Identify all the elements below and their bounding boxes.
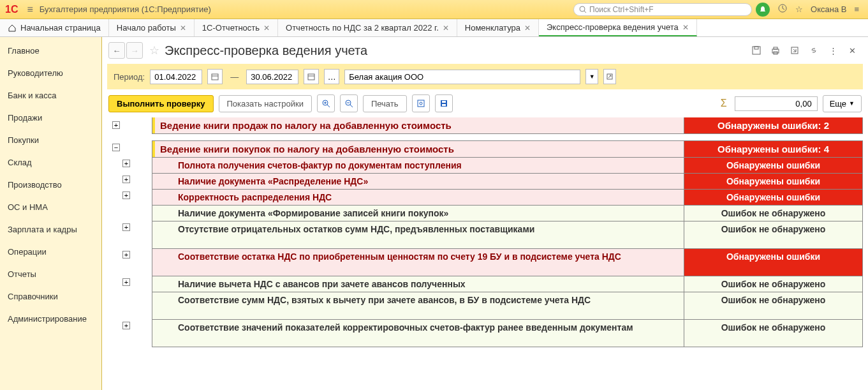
tab-label: Номенклатура xyxy=(465,23,520,33)
tab[interactable]: Начало работы✕ xyxy=(109,19,195,36)
expand-icon[interactable]: + xyxy=(112,121,120,129)
expand-icon[interactable]: + xyxy=(122,251,130,259)
collapse-icon[interactable]: − xyxy=(112,144,120,151)
row-title: Наличие вычета НДС с авансов при зачете … xyxy=(152,276,684,292)
tree-row[interactable]: Соответствие остатка НДС по приобретенны… xyxy=(152,248,863,276)
tab[interactable]: 1С-Отчетность✕ xyxy=(195,19,278,36)
notifications-icon[interactable] xyxy=(756,3,770,17)
sidebar-item[interactable]: Администрирование xyxy=(0,308,101,330)
tab-label: Начало работы xyxy=(117,23,176,33)
tree-row[interactable]: Наличие документа «Распределение НДС»Обн… xyxy=(152,173,863,190)
run-check-button[interactable]: Выполнить проверку xyxy=(108,95,214,112)
tree-body[interactable]: Ведение книги продаж по налогу на добавл… xyxy=(152,117,863,390)
expand-icon[interactable]: + xyxy=(122,278,130,286)
sidebar-item[interactable]: ОС и НМА xyxy=(0,196,101,218)
sum-icon: Σ xyxy=(721,98,727,109)
tree-row[interactable]: Наличие вычета НДС с авансов при зачете … xyxy=(152,276,863,292)
user-menu-icon[interactable]: ≡ xyxy=(854,4,859,14)
action-bar: Выполнить проверку Показать настройки Пе… xyxy=(102,89,868,117)
sidebar-item[interactable]: Покупки xyxy=(0,129,101,151)
sidebar-item[interactable]: Производство xyxy=(0,174,101,196)
favorite-icon[interactable]: ☆ xyxy=(149,43,159,57)
svg-rect-6 xyxy=(774,47,777,49)
tree-row[interactable]: Отсутствие отрицательных остатков сумм Н… xyxy=(152,221,863,249)
sidebar-item[interactable]: Зарплата и кадры xyxy=(0,218,101,241)
tabs-bar: Начальная страницаНачало работы✕1С-Отчет… xyxy=(0,19,868,37)
sum-input[interactable] xyxy=(735,96,818,111)
date-from-input[interactable] xyxy=(150,70,202,84)
sidebar-item[interactable]: Операции xyxy=(0,241,101,263)
tab-close-icon[interactable]: ✕ xyxy=(443,24,449,33)
svg-point-22 xyxy=(420,102,422,105)
sidebar-item[interactable]: Продажи xyxy=(0,107,101,129)
expand-icon[interactable]: + xyxy=(122,176,130,183)
expand-icon[interactable]: + xyxy=(122,191,130,199)
history-icon[interactable] xyxy=(777,3,788,15)
zoom-in-icon[interactable] xyxy=(317,94,335,112)
tab-close-icon[interactable]: ✕ xyxy=(682,23,689,32)
org-select[interactable]: Белая акация ООО xyxy=(344,70,580,84)
expand-icon[interactable]: + xyxy=(122,223,130,231)
row-status: Ошибок не обнаружено xyxy=(684,292,862,319)
tree-row[interactable]: Корректность распределения НДСОбнаружены… xyxy=(152,189,863,206)
show-settings-button[interactable]: Показать настройки xyxy=(219,95,312,112)
back-button[interactable]: ← xyxy=(108,42,125,59)
calendar-from-icon[interactable] xyxy=(207,69,223,84)
link-icon[interactable] xyxy=(807,43,821,57)
period-bar: Период: — … Белая акация ООО ▼ xyxy=(107,64,863,89)
org-open-icon[interactable] xyxy=(603,69,616,84)
print-button[interactable]: Печать xyxy=(363,95,407,112)
svg-rect-21 xyxy=(418,100,424,107)
svg-rect-4 xyxy=(754,47,758,49)
calendar-to-icon[interactable] xyxy=(304,69,319,84)
org-dropdown-icon[interactable]: ▼ xyxy=(585,69,598,84)
close-icon[interactable]: ✕ xyxy=(845,43,859,57)
sidebar-item[interactable]: Руководителю xyxy=(0,62,101,84)
tab[interactable]: Отчетность по НДС за 2 квартал 2022 г.✕ xyxy=(278,19,457,36)
date-to-input[interactable] xyxy=(246,70,298,84)
tab-close-icon[interactable]: ✕ xyxy=(180,24,186,33)
user-name[interactable]: Оксана В xyxy=(811,4,846,14)
sidebar-item[interactable]: Отчеты xyxy=(0,263,101,285)
row-title: Корректность распределения НДС xyxy=(152,190,684,205)
tree-row[interactable]: Ведение книги продаж по налогу на добавл… xyxy=(152,117,863,134)
tab[interactable]: Номенклатура✕ xyxy=(457,19,539,36)
expand-icon[interactable]: + xyxy=(122,322,130,329)
save-icon[interactable] xyxy=(749,43,763,57)
tree-row[interactable]: Соответствие значений показателей коррек… xyxy=(152,319,863,347)
tab-close-icon[interactable]: ✕ xyxy=(263,24,270,33)
sidebar-item[interactable]: Справочники xyxy=(0,285,101,308)
row-title: Ведение книги продаж по налогу на добавл… xyxy=(152,117,684,133)
tree-row[interactable]: Полнота получения счетов-фактур по докум… xyxy=(152,157,863,174)
row-status: Обнаружены ошибки: 2 xyxy=(684,117,862,133)
more-icon[interactable]: ⋮ xyxy=(826,43,840,57)
home-icon xyxy=(8,24,17,33)
search-input[interactable]: Поиск Ctrl+Shift+F xyxy=(573,3,752,16)
tree-row[interactable]: Соответствие сумм НДС, взятых к вычету п… xyxy=(152,292,863,320)
tree-row[interactable]: Наличие документа «Формирование записей … xyxy=(152,205,863,221)
row-title: Соответствие остатка НДС по приобретенны… xyxy=(152,249,684,276)
tab[interactable]: Начальная страница xyxy=(0,19,109,36)
star-icon[interactable]: ☆ xyxy=(795,4,803,14)
export-icon[interactable] xyxy=(788,43,802,57)
sidebar-item[interactable]: Склад xyxy=(0,151,101,174)
row-status: Обнаружены ошибки: 4 xyxy=(684,141,862,157)
preview-icon[interactable] xyxy=(412,94,430,112)
print-icon[interactable] xyxy=(769,43,783,57)
sidebar-item[interactable]: Банк и касса xyxy=(0,84,101,107)
tab-close-icon[interactable]: ✕ xyxy=(524,24,531,33)
zoom-out-icon[interactable] xyxy=(340,94,358,112)
svg-line-15 xyxy=(327,105,330,107)
disk-save-icon[interactable] xyxy=(435,94,453,112)
tree-row[interactable]: Ведение книги покупок по налогу на добав… xyxy=(152,140,863,158)
period-picker-button[interactable]: … xyxy=(324,69,339,84)
row-status: Обнаружены ошибки xyxy=(684,174,862,189)
expand-icon[interactable]: + xyxy=(122,160,130,167)
more-button[interactable]: Еще ▼ xyxy=(823,95,862,112)
row-status: Обнаружены ошибки xyxy=(684,190,862,205)
tree-area: +−+++++++ Ведение книги продаж по налогу… xyxy=(102,117,868,390)
tab[interactable]: Экспресс-проверка ведения учета✕ xyxy=(539,19,697,36)
menu-icon[interactable]: ≡ xyxy=(27,4,33,15)
sidebar-item[interactable]: Главное xyxy=(0,40,101,62)
row-title: Наличие документа «Распределение НДС» xyxy=(152,174,684,189)
